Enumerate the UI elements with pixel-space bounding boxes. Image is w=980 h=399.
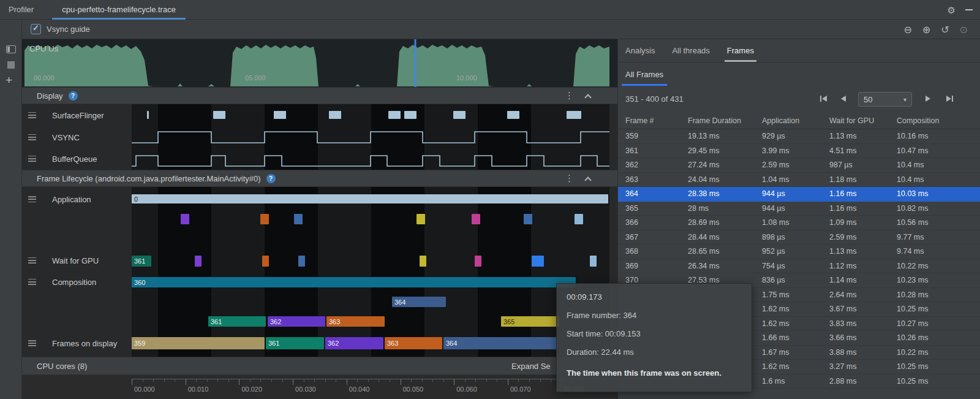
frame-row-363[interactable]: 36324.04 ms1.04 ms1.18 ms10.4 ms [618, 173, 980, 188]
drag-handle-icon[interactable] [28, 112, 36, 118]
drag-handle-icon[interactable] [28, 156, 36, 162]
vsync-guide-label[interactable]: Vsync guide [47, 25, 90, 34]
drag-handle-icon[interactable] [28, 196, 36, 202]
wait-gpu-frame-bar[interactable] [420, 256, 426, 267]
reset-zoom-icon[interactable]: ↺ [941, 24, 949, 36]
surfaceflinger-event[interactable] [453, 111, 466, 119]
wait-gpu-frame-bar[interactable] [590, 256, 597, 267]
tab-analysis[interactable]: Analysis [625, 39, 655, 62]
application-frame-block[interactable] [417, 214, 425, 224]
frame-row-361[interactable]: 36129.45 ms3.99 ms4.51 ms10.47 ms [618, 144, 980, 159]
composition-frame-bar-360[interactable]: 360 [132, 277, 576, 287]
minimize-icon[interactable] [965, 9, 973, 10]
collapse-chevron-icon[interactable] [584, 177, 591, 183]
last-page-button[interactable] [946, 96, 953, 102]
column-header-frame-[interactable]: Frame # [618, 113, 680, 129]
section-menu-icon[interactable]: ⋮ [565, 173, 574, 184]
next-page-button[interactable] [925, 96, 930, 102]
bufferqueue-track[interactable] [132, 148, 609, 170]
drag-handle-icon[interactable] [28, 279, 36, 285]
surfaceflinger-event[interactable] [404, 111, 417, 119]
frame-row-365[interactable]: 36528 ms944 µs1.16 ms10.82 ms [618, 202, 980, 216]
trace-tab[interactable]: cpu-perfetto-framelifecycle.trace [52, 0, 186, 20]
vsync-track[interactable] [132, 126, 609, 148]
drag-handle-icon[interactable] [28, 257, 36, 264]
surfaceflinger-event[interactable] [274, 111, 286, 119]
cpu-usage-track[interactable]: CPU Us 00.00005.00010.000 [22, 39, 617, 87]
composition-frame-bar-363[interactable]: 363 [326, 316, 385, 327]
zoom-in-icon[interactable]: ⊕ [922, 24, 930, 36]
first-page-button[interactable] [820, 96, 827, 102]
new-session-plus-icon[interactable]: + [6, 74, 12, 87]
frame-row-368[interactable]: 36828.65 ms952 µs1.13 ms9.74 ms [618, 245, 980, 259]
composition-frame-bar-362[interactable]: 362 [268, 316, 325, 327]
expand-selected-label[interactable]: Expand Se [511, 362, 551, 371]
settings-gear-icon[interactable]: ⚙ [948, 6, 956, 15]
wait-gpu-frame-bar[interactable] [262, 256, 269, 267]
surfaceflinger-event[interactable] [507, 111, 519, 119]
drag-handle-icon[interactable] [28, 134, 36, 140]
frames-on-display-bar-364[interactable]: 364 [443, 337, 557, 349]
frame-row-369[interactable]: 36926.34 ms754 µs1.12 ms10.22 ms [618, 259, 980, 274]
column-header-wait-for-gpu[interactable]: Wait for GPU [822, 113, 889, 129]
application-frame-block[interactable] [294, 214, 303, 224]
wait-gpu-frame-bar-361[interactable]: 361 [132, 256, 151, 267]
frame-row-364[interactable]: 36428.38 ms944 µs1.16 ms10.03 ms [618, 187, 980, 202]
application-frame-block[interactable] [575, 214, 583, 224]
previous-page-button[interactable] [841, 96, 846, 102]
profiler-tool-label[interactable]: Profiler [9, 5, 34, 14]
column-header-application[interactable]: Application [755, 113, 822, 129]
application-frame-block[interactable] [260, 214, 269, 224]
composition-frame-bar-361[interactable]: 361 [208, 316, 266, 327]
frame-row-367[interactable]: 36728.44 ms898 µs2.59 ms9.77 ms [618, 230, 980, 245]
section-menu-icon[interactable]: ⋮ [565, 90, 574, 101]
vsync-guide-checkbox[interactable] [31, 24, 41, 34]
zoom-out-icon[interactable]: ⊖ [903, 24, 911, 36]
tab-frames[interactable]: Frames [727, 39, 754, 62]
column-header-frame-duration[interactable]: Frame Duration [680, 113, 755, 129]
surfaceflinger-event[interactable] [213, 111, 225, 119]
help-icon[interactable]: ? [69, 91, 78, 101]
tooltip-description: The time when this frame was on screen. [567, 367, 742, 379]
wait-gpu-frame-bar[interactable] [475, 256, 481, 267]
surfaceflinger-track[interactable] [132, 104, 609, 126]
display-section-header[interactable]: Display ? ⋮ [22, 87, 617, 104]
table-cell: 1.13 ms [822, 129, 889, 143]
drag-handle-icon[interactable] [28, 340, 36, 346]
composition-frame-bar-365[interactable]: 365 [501, 316, 559, 327]
lifecycle-track-background[interactable] [132, 187, 609, 357]
help-icon[interactable]: ? [266, 174, 276, 183]
sessions-panel-icon[interactable] [6, 45, 16, 53]
wait-gpu-frame-bar[interactable] [532, 256, 544, 267]
timeline-selection-marker[interactable] [415, 39, 416, 87]
stop-session-icon[interactable] [7, 61, 15, 69]
application-frame-block[interactable] [181, 214, 189, 224]
frame-row-362[interactable]: 36227.24 ms2.59 ms987 µs10.4 ms [618, 158, 980, 173]
frames-on-display-bar-363[interactable]: 363 [385, 337, 442, 349]
frame-lifecycle-section-header[interactable]: Frame Lifecycle (android.com.java.profil… [22, 170, 617, 187]
wait-gpu-frame-bar[interactable] [195, 256, 202, 267]
application-frame-block[interactable] [524, 214, 532, 224]
application-frame-block[interactable] [472, 214, 480, 224]
surfaceflinger-event[interactable] [329, 111, 341, 119]
page-size-select[interactable]: 50 ▾ [858, 92, 912, 107]
composition-frame-bar-364[interactable]: 364 [392, 297, 446, 307]
table-cell: 1.14 ms [822, 273, 889, 287]
frames-on-display-bar-362[interactable]: 362 [325, 337, 383, 349]
frame-row-366[interactable]: 36628.69 ms1.08 ms1.09 ms10.56 ms [618, 216, 980, 230]
frames-on-display-bar-359[interactable]: 359 [132, 337, 265, 349]
axis-major-tick [239, 379, 239, 385]
wait-gpu-frame-bar[interactable] [298, 256, 305, 267]
surfaceflinger-event[interactable] [147, 111, 149, 119]
cpu-cores-section-header[interactable]: CPU cores (8) Expand Se [22, 357, 617, 375]
subtab-all-frames[interactable]: All Frames [625, 63, 663, 86]
frames-on-display-bar-361[interactable]: 361 [266, 337, 324, 349]
column-header-composition[interactable]: Composition [889, 113, 980, 129]
frame-row-359[interactable]: 35919.13 ms929 µs1.13 ms10.16 ms [618, 129, 980, 144]
tab-all-threads[interactable]: All threads [672, 39, 709, 62]
collapse-chevron-icon[interactable] [584, 94, 591, 101]
surfaceflinger-event[interactable] [388, 111, 401, 119]
zoom-to-selection-icon[interactable]: ⊙ [960, 24, 968, 36]
surfaceflinger-event[interactable] [567, 111, 581, 119]
application-frame-bar-0[interactable]: 0 [132, 194, 608, 203]
